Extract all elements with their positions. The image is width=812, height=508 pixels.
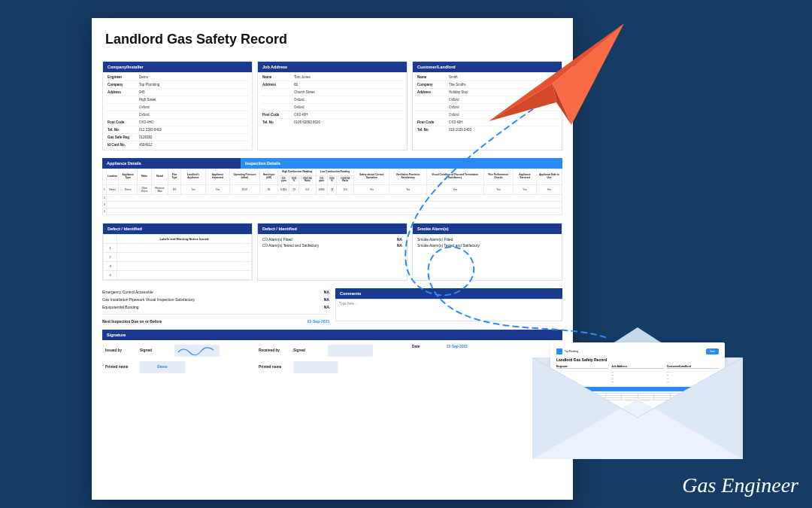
th: Appliance Serviced: [514, 169, 537, 185]
td: Glow Worm: [138, 184, 152, 194]
comments-panel: Comments Type here...: [335, 288, 562, 324]
value: Oxford: [139, 105, 150, 109]
defect-table: Labels and Warning Notice Issued 1 2 3 4: [103, 234, 252, 280]
label: Post Code: [262, 113, 294, 117]
printed-name-value: Demo: [140, 361, 185, 373]
label: [108, 98, 139, 102]
value: Demo: [139, 75, 148, 79]
envelope-document-preview: Top Plumbing Save Landlord Gas Safety Re…: [550, 342, 725, 440]
th: Make: [138, 169, 152, 185]
td: 0.004: [316, 184, 327, 194]
company-installer-header: Company/Installer: [103, 62, 252, 72]
td: 23: [327, 184, 337, 194]
label: Id Card No.: [108, 143, 139, 147]
label: [108, 105, 139, 109]
th: Flue Performance Checks: [483, 169, 514, 185]
value: 345: [139, 90, 145, 94]
label: Smoke Alarm(s) Fitted: [417, 237, 453, 244]
label: Address: [108, 90, 139, 94]
td: 3: [104, 261, 117, 270]
td: 0.004: [278, 184, 289, 194]
label: Address: [262, 83, 294, 87]
table-row: 2: [103, 194, 562, 201]
label: Tel. No: [108, 128, 139, 132]
printed-name-box-empty: [293, 361, 338, 373]
table-row: 3: [103, 201, 562, 208]
company-installer-body: EngineerDemo CompanyTop Plumbing Address…: [103, 72, 252, 150]
paper-plane-icon: [481, 12, 632, 132]
th: CO ppm: [316, 175, 327, 184]
label: Post Code: [417, 120, 449, 124]
td: Flexicom 30cx: [151, 184, 168, 194]
signed-label: Signed: [140, 348, 170, 352]
th: Safety device Correct Operation: [354, 169, 389, 185]
value: OX3 4HO: [139, 120, 154, 124]
signature-header: Signature: [102, 330, 562, 340]
co-alarm-card: Defect / Identified CO Alarm(s) FittedNA…: [257, 223, 408, 281]
td: 20.07: [229, 184, 259, 194]
label: [417, 98, 449, 102]
td: Yes: [389, 184, 426, 194]
next-inspection-date: 22-Sep-2023: [308, 319, 329, 324]
value: Tom Jones: [294, 75, 311, 79]
label: Tel. No: [417, 128, 449, 132]
th: Operating Pressure (mbar): [229, 169, 259, 185]
value: Oxford: [449, 113, 459, 117]
value: NA: [397, 237, 402, 244]
td: 2: [104, 252, 117, 261]
td: RS: [168, 184, 181, 194]
th: CO/CO2 Ratio: [337, 175, 354, 184]
mini-save-button: Save: [706, 348, 719, 354]
signed-label: Signed: [293, 348, 323, 352]
table-row: 4: [103, 208, 562, 214]
table-row: 1 Demo Demo Glow Worm Flexicom 30cx RS Y…: [103, 184, 562, 194]
value: 0128382: [139, 135, 153, 139]
comments-input[interactable]: Type here...: [335, 299, 562, 321]
label: CO Alarm(s) Tested and Satifactory: [262, 243, 319, 250]
th: Visual Condition of Flue and Termination…: [426, 169, 483, 185]
value: OX3 40H: [294, 113, 308, 117]
td: Demo: [106, 184, 118, 194]
th: Appliance Type: [119, 169, 138, 185]
signature-box-empty: [328, 345, 373, 357]
co-alarm-header: Defect / Identified: [258, 224, 407, 234]
label: Company: [108, 83, 139, 87]
date-value: 22-Sep-2022: [447, 345, 468, 348]
summary-block: Emergency Control AccessibleNA Gas Insta…: [102, 288, 562, 324]
value: 0108 82893 8020: [294, 120, 320, 124]
value: NA: [324, 290, 329, 294]
mini-col-header: Engineer: [556, 365, 608, 369]
summary-left: Emergency Control AccessibleNA Gas Insta…: [102, 288, 329, 324]
label: Name: [262, 75, 294, 79]
received-by-col: Received by Signed Printed name: [259, 345, 406, 378]
signature-body: Issued by Signed Printed name Demo Recei…: [102, 340, 562, 382]
td: 4: [104, 270, 117, 279]
issued-by-col: Issued by Signed Printed name Demo: [105, 345, 253, 378]
defect-alarm-row: Defect / Identified Labels and Warning N…: [102, 223, 562, 281]
td: Yes: [180, 184, 205, 194]
value: 4584912: [139, 143, 153, 147]
value: Holiday Stay: [449, 90, 468, 94]
th: Ventilation Provision Satisfactory: [389, 169, 426, 185]
defect-header: Defect / Identified: [103, 224, 252, 234]
value: Church Street: [294, 90, 315, 94]
label: Post Code: [108, 120, 139, 124]
td: Yes: [354, 184, 389, 194]
signature-scribble-icon: [174, 345, 220, 357]
value: Oxford: [294, 98, 304, 102]
next-inspection-label: Next Inspection Due on or Before: [102, 319, 162, 324]
label: [417, 105, 449, 109]
label: Emergency Control Accessible: [102, 290, 153, 294]
job-address-body: NameTom Jones Address86 Church Street Ox…: [258, 72, 407, 127]
label: Name: [417, 75, 449, 79]
td: 23: [289, 184, 299, 194]
th: Flue Type: [168, 169, 181, 185]
mini-brand: Top Plumbing: [565, 350, 578, 353]
value: NA: [324, 305, 329, 309]
svg-marker-6: [489, 84, 556, 121]
mini-col-header: Job Address: [611, 365, 663, 369]
value: Oxford: [139, 113, 150, 117]
td: 30: [259, 184, 277, 194]
label: Engineer: [108, 75, 139, 79]
th: CO/CO2 Ratio: [298, 175, 316, 184]
